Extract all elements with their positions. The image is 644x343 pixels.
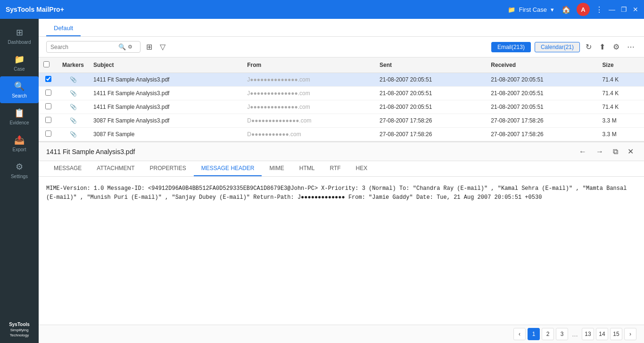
tab-mime[interactable]: MIME: [262, 161, 291, 176]
row-sent: 21-08-2007 20:05:51: [375, 73, 486, 87]
settings-gear-icon[interactable]: ⚙: [611, 41, 621, 53]
export-icon[interactable]: ⬆: [597, 41, 607, 53]
row-sent: 27-08-2007 17:58:26: [375, 128, 486, 141]
next-page-button[interactable]: ›: [624, 328, 636, 340]
search-icon[interactable]: 🔍: [118, 43, 126, 50]
preview-close-button[interactable]: ✕: [625, 146, 636, 157]
preview-title: 1411 Fit Sample Analysis3.pdf: [46, 148, 576, 155]
search-box[interactable]: 🔍 ⚙: [46, 41, 140, 53]
more-options-icon[interactable]: ⋯: [625, 41, 636, 53]
case-selector[interactable]: 📁 First Case ▾: [508, 6, 554, 13]
email-filter-button[interactable]: Email(213): [491, 42, 531, 52]
page-button-15[interactable]: 15: [610, 328, 622, 340]
table-row[interactable]: 📎 1411 Fit Sample Analysis3.pdf J●●●●●●●…: [39, 73, 644, 87]
row-checkbox[interactable]: [45, 103, 51, 109]
row-size: 71.4 K: [598, 100, 644, 114]
refresh-icon[interactable]: ↻: [584, 41, 594, 53]
minimize-button[interactable]: —: [609, 6, 615, 13]
tab-message[interactable]: MESSAGE: [46, 161, 89, 176]
row-subject: 1411 Fit Sample Analysis3.pdf: [89, 87, 242, 100]
sidebar-label-case: Case: [14, 66, 25, 72]
sidebar-label-export: Export: [13, 147, 26, 152]
filter-icon[interactable]: ▽: [158, 41, 167, 53]
row-checkbox[interactable]: [45, 117, 51, 123]
tab-rtf[interactable]: RTF: [322, 161, 348, 176]
maximize-button[interactable]: ❐: [621, 6, 627, 13]
preview-forward-button[interactable]: →: [593, 147, 606, 157]
page-ellipsis: …: [570, 331, 580, 338]
row-from: J●●●●●●●●●●●●●●.com: [242, 100, 375, 114]
search-input[interactable]: [50, 44, 116, 50]
dashboard-icon: ⊞: [16, 27, 23, 38]
preview-header: 1411 Fit Sample Analysis3.pdf ← → ⧉ ✕: [39, 142, 644, 161]
row-marker: 📎: [58, 100, 89, 114]
page-button-1[interactable]: 1: [528, 328, 540, 340]
table-row[interactable]: 📎 3087 Fit Sample D●●●●●●●●●●●.com 27-08…: [39, 128, 644, 141]
email-table: Markers Subject From Sent Received Size …: [39, 57, 644, 141]
row-checkbox-cell[interactable]: [39, 128, 58, 141]
pagination: ‹ 1 2 3 … 13 14 15 ›: [39, 325, 644, 343]
table-row[interactable]: 📎 1411 Fit Sample Analysis3.pdf J●●●●●●●…: [39, 87, 644, 100]
preview-back-button[interactable]: ←: [576, 147, 589, 157]
page-button-3[interactable]: 3: [556, 328, 568, 340]
main-layout: ⊞ Dashboard 📁 Case 🔍 Search 📋 Evidence 📤…: [0, 19, 644, 343]
menu-icon[interactable]: ⋮: [595, 5, 603, 14]
attachment-icon: 📎: [70, 90, 77, 97]
sidebar-item-export[interactable]: 📤 Export: [0, 130, 39, 157]
tab-html[interactable]: HTML: [292, 161, 322, 176]
row-received: 27-08-2007 17:58:26: [486, 114, 597, 128]
row-size: 3.3 M: [598, 128, 644, 141]
row-subject: 1411 Fit Sample Analysis3.pdf: [89, 100, 242, 114]
sidebar-item-dashboard[interactable]: ⊞ Dashboard: [0, 23, 39, 49]
search-icon: 🔍: [14, 81, 25, 91]
home-icon[interactable]: 🏠: [561, 5, 571, 14]
tab-properties[interactable]: PROPERTIES: [142, 161, 194, 176]
preview-expand-button[interactable]: ⧉: [610, 147, 621, 157]
select-all-header[interactable]: [39, 57, 58, 73]
row-checkbox-cell[interactable]: [39, 114, 58, 128]
row-from: J●●●●●●●●●●●●●●.com: [242, 73, 375, 87]
search-settings-icon[interactable]: ⚙: [128, 44, 132, 50]
attachment-icon: 📎: [70, 131, 77, 138]
row-marker: 📎: [58, 114, 89, 128]
row-subject: 3087 Fit Sample Analysis3.pdf: [89, 114, 242, 128]
sidebar-label-search: Search: [12, 93, 27, 98]
evidence-icon: 📋: [14, 108, 25, 118]
avatar[interactable]: A: [577, 3, 590, 16]
prev-page-button[interactable]: ‹: [513, 328, 526, 340]
close-button[interactable]: ✕: [633, 6, 638, 13]
case-dropdown-icon[interactable]: ▾: [551, 6, 554, 13]
row-checkbox[interactable]: [45, 131, 51, 137]
page-button-2[interactable]: 2: [542, 328, 554, 340]
attachment-icon: 📎: [70, 104, 77, 110]
table-row[interactable]: 📎 1411 Fit Sample Analysis3.pdf J●●●●●●●…: [39, 100, 644, 114]
page-button-13[interactable]: 13: [582, 328, 594, 340]
row-checkbox-cell[interactable]: [39, 73, 58, 87]
select-all-checkbox[interactable]: [43, 61, 50, 67]
calendar-filter-button[interactable]: Calendar(21): [535, 42, 580, 52]
tab-attachment[interactable]: ATTACHMENT: [89, 161, 142, 176]
sidebar-item-evidence[interactable]: 📋 Evidence: [0, 103, 39, 130]
table-row[interactable]: 📎 3087 Fit Sample Analysis3.pdf D●●●●●●●…: [39, 114, 644, 128]
settings-icon: ⚙: [16, 162, 23, 172]
content-area: Default 🔍 ⚙ ⊞ ▽ Email(213) Calendar(21) …: [39, 19, 644, 343]
row-checkbox-cell[interactable]: [39, 100, 58, 114]
preview-tabs: MESSAGE ATTACHMENT PROPERTIES MESSAGE HE…: [39, 161, 644, 177]
sidebar-item-settings[interactable]: ⚙ Settings: [0, 157, 39, 184]
preview-content: MIME-Version: 1.0 Message-ID: <94912D96A…: [39, 177, 644, 325]
sidebar-item-case[interactable]: 📁 Case: [0, 49, 39, 76]
subject-header: Subject: [89, 57, 242, 73]
row-checkbox[interactable]: [45, 90, 51, 96]
tab-hex[interactable]: HEX: [348, 161, 375, 176]
row-checkbox[interactable]: [45, 76, 51, 82]
case-icon: 📁: [14, 54, 25, 65]
tab-message-header[interactable]: MESSAGE HEADER: [194, 161, 262, 176]
sidebar-item-search[interactable]: 🔍 Search: [0, 76, 39, 103]
view-toggle-icon[interactable]: ⊞: [144, 41, 154, 53]
row-sent: 21-08-2007 20:05:51: [375, 87, 486, 100]
row-checkbox-cell[interactable]: [39, 87, 58, 100]
page-button-14[interactable]: 14: [596, 328, 608, 340]
tab-default[interactable]: Default: [46, 21, 81, 36]
tab-bar: Default: [39, 19, 644, 37]
toolbar: 🔍 ⚙ ⊞ ▽ Email(213) Calendar(21) ↻ ⬆ ⚙ ⋯: [39, 37, 644, 57]
